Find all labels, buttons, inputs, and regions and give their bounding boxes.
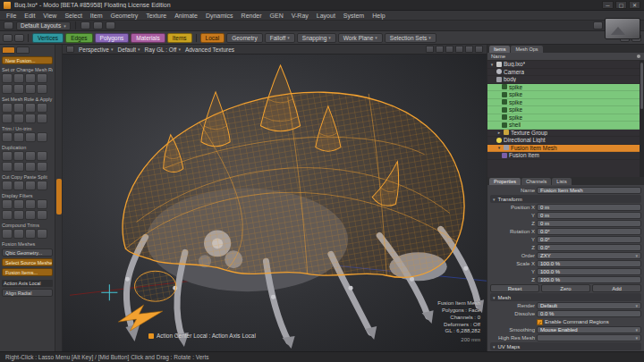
- list-item-camera[interactable]: Camera: [487, 69, 644, 77]
- viewport-option-icon[interactable]: [455, 46, 463, 53]
- tool-icon[interactable]: [25, 132, 36, 142]
- tool-icon[interactable]: [13, 73, 24, 83]
- mode-vertices-button[interactable]: Vertices: [32, 33, 64, 43]
- tool-icon[interactable]: [25, 162, 36, 172]
- menu-animate[interactable]: Animate: [174, 13, 198, 19]
- tool-icon[interactable]: [37, 84, 47, 94]
- rotation-x-field[interactable]: 0.0°: [537, 228, 641, 235]
- falloff-dropdown[interactable]: Falloff▾: [265, 33, 295, 43]
- 3d-viewport-canvas[interactable]: [63, 55, 487, 351]
- twirl-icon[interactable]: ▾: [496, 145, 502, 150]
- list-item-mesh[interactable]: spike: [487, 114, 644, 122]
- viewport-option-icon[interactable]: [436, 46, 444, 53]
- tool-icon[interactable]: [25, 229, 36, 239]
- qbic-geometry-button[interactable]: Qbic Geometry...: [2, 248, 53, 257]
- action-center-indicator[interactable]: Action Center Local : Action Axis Local: [148, 333, 256, 339]
- toolbar-icon[interactable]: [593, 21, 603, 29]
- action-center-local-button[interactable]: Local: [200, 33, 225, 43]
- rotation-y-field[interactable]: 0.0°: [537, 236, 641, 243]
- list-item-mesh[interactable]: spike: [487, 84, 644, 92]
- toolbar-icon[interactable]: [93, 21, 103, 29]
- tool-icon[interactable]: [2, 210, 13, 220]
- list-item-mesh[interactable]: body: [487, 76, 644, 84]
- close-button[interactable]: ✕: [629, 1, 640, 9]
- tool-icon[interactable]: [13, 132, 24, 142]
- tool-icon[interactable]: [25, 114, 36, 123]
- render-preview-thumbnail[interactable]: [605, 18, 640, 39]
- toolbox-tab-model[interactable]: [16, 46, 30, 54]
- mesh-section-header[interactable]: ▾ Mesh: [490, 293, 641, 301]
- tool-icon[interactable]: [37, 132, 47, 142]
- tool-icon[interactable]: [2, 199, 13, 209]
- tool-icon[interactable]: [37, 151, 47, 161]
- tool-icon[interactable]: [2, 73, 13, 83]
- shading-style-dropdown[interactable]: Default ▾: [117, 46, 140, 53]
- render-dropdown[interactable]: Default▾: [537, 302, 641, 309]
- tool-icon[interactable]: [13, 151, 24, 161]
- menu-dynamics[interactable]: Dynamics: [206, 13, 233, 19]
- list-item-mesh[interactable]: spike: [487, 106, 644, 114]
- snapping-dropdown[interactable]: Snapping▾: [297, 33, 336, 43]
- transform-section-header[interactable]: ▾ Transform: [490, 195, 641, 203]
- tool-icon[interactable]: [13, 84, 24, 94]
- tool-icon[interactable]: [2, 114, 13, 123]
- tool-icon[interactable]: [37, 114, 47, 123]
- tool-tab-icon[interactable]: [3, 34, 13, 42]
- menu-gen[interactable]: GEN: [270, 13, 284, 19]
- tool-icon[interactable]: [2, 103, 13, 113]
- menu-vray[interactable]: V-Ray: [292, 13, 309, 19]
- mode-materials-button[interactable]: Materials: [131, 33, 165, 43]
- align-radial-button[interactable]: Align Radial: [2, 289, 53, 297]
- eye-icon[interactable]: [66, 46, 74, 53]
- tool-icon[interactable]: [2, 151, 13, 161]
- menu-texture[interactable]: Texture: [146, 13, 166, 19]
- tool-icon[interactable]: [13, 229, 24, 239]
- tab-channels[interactable]: Channels: [521, 178, 551, 185]
- list-item-texture-group[interactable]: ▸ Texture Group: [487, 130, 644, 138]
- tool-icon[interactable]: [13, 162, 24, 172]
- menu-system[interactable]: System: [343, 13, 364, 19]
- tool-icon[interactable]: [25, 199, 36, 209]
- list-item-mesh[interactable]: spike: [487, 91, 644, 99]
- tab-items[interactable]: Items: [489, 46, 510, 53]
- tool-icon[interactable]: [37, 229, 47, 239]
- tool-icon[interactable]: [25, 73, 36, 83]
- raygl-dropdown[interactable]: Ray GL : Off ▾: [145, 46, 181, 53]
- camera-view-dropdown[interactable]: Perspective ▾: [79, 46, 113, 53]
- smoothing-dropdown[interactable]: Mouse Enabled▾: [537, 326, 641, 333]
- command-regions-checkbox[interactable]: ✓: [537, 319, 543, 325]
- maximize-button[interactable]: ▢: [615, 1, 627, 9]
- position-y-field[interactable]: 0 m: [537, 212, 641, 219]
- tool-icon[interactable]: [25, 210, 36, 220]
- tool-icon[interactable]: [37, 199, 47, 209]
- geometry-menu-button[interactable]: Geometry: [226, 33, 263, 43]
- menu-edit[interactable]: Edit: [24, 13, 35, 19]
- 3d-viewport[interactable]: Perspective ▾ Default ▾ Ray GL : Off ▾ A…: [63, 45, 487, 351]
- toolbox-tab-fusion[interactable]: [2, 46, 15, 54]
- menu-render[interactable]: Render: [242, 13, 262, 19]
- toolbar-icon[interactable]: [106, 21, 115, 29]
- tool-icon[interactable]: [2, 84, 13, 94]
- tool-icon[interactable]: [2, 229, 13, 239]
- list-item-mesh[interactable]: spike: [487, 99, 644, 107]
- tool-icon[interactable]: [25, 84, 36, 94]
- mode-edges-button[interactable]: Edges: [65, 33, 92, 43]
- minimize-button[interactable]: ─: [602, 1, 614, 9]
- rotation-order-dropdown[interactable]: ZXY▾: [537, 252, 641, 259]
- twirl-icon[interactable]: ▾: [489, 62, 495, 67]
- tool-icon[interactable]: [37, 181, 47, 190]
- tool-icon[interactable]: [25, 181, 36, 190]
- high-res-mesh-dropdown[interactable]: ▾: [537, 334, 641, 341]
- reset-button[interactable]: Reset: [490, 284, 539, 292]
- list-item-fusion-mesh-selected[interactable]: ▾ Fusion Item Mesh: [487, 145, 644, 153]
- tool-tab-icon[interactable]: [14, 34, 24, 42]
- item-list-scrollbar[interactable]: [640, 61, 644, 177]
- uv-maps-section-header[interactable]: ▾ UV Maps: [490, 342, 641, 350]
- tool-icon[interactable]: [2, 132, 13, 142]
- new-fusion-button[interactable]: New Fusion...: [2, 56, 53, 64]
- select-source-meshes-button[interactable]: Select Source Meshes: [2, 258, 53, 266]
- tool-icon[interactable]: [2, 181, 13, 190]
- scale-z-field[interactable]: 100.0 %: [537, 276, 641, 283]
- dissolve-field[interactable]: 0.0 %: [537, 310, 641, 317]
- toolbar-icon[interactable]: [80, 21, 90, 29]
